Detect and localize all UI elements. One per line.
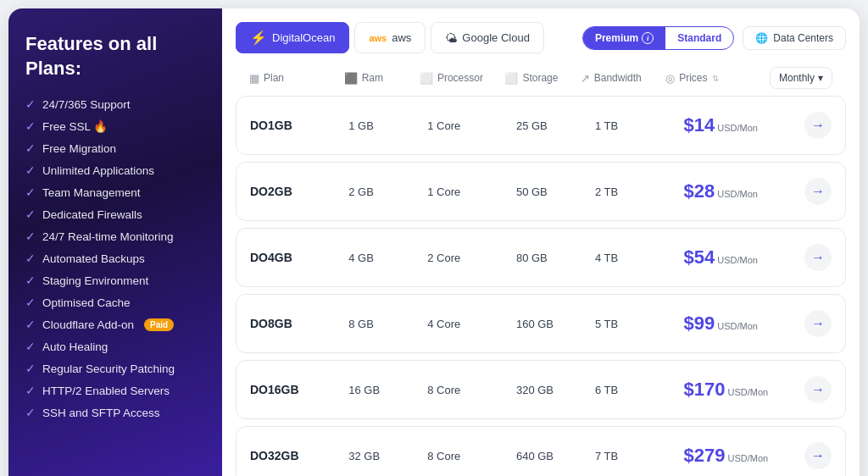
header-storage: ⬜ Storage [504,67,580,89]
select-plan-button[interactable]: → [804,310,832,337]
toggle-premium[interactable]: Premiumi [583,27,665,49]
table-row[interactable]: DO32GB 32 GB 8 Core 640 GB 7 TB $279 USD… [236,426,846,476]
cell-ram: 1 GB [348,119,427,132]
sidebar: Features on all Plans: ✓ 24/7/365 Suppor… [8,8,222,476]
cell-ram: 8 GB [348,318,427,330]
select-plan-button[interactable]: → [804,442,832,469]
cell-plan: DO1GB [250,119,348,132]
cell-price: $279 USD/Mon [684,445,793,467]
top-controls: ⚡DigitalOceanawsaws🌤Google Cloud Premium… [236,22,846,53]
feature-list: ✓ 24/7/365 Support ✓ Free SSL 🔥 ✓ Free M… [25,97,205,419]
check-icon: ✓ [25,230,36,243]
cell-arrow: → [792,178,832,205]
table-header: ▦ Plan ⬛ Ram ⬜ Processor ⬜ Storage ↗ Ban… [236,67,846,89]
cell-price: $99 USD/Mon [684,313,793,335]
cell-plan: DO32GB [250,449,348,462]
monthly-select[interactable]: Monthly ▾ [770,67,832,89]
check-icon: ✓ [25,208,36,221]
cell-storage: 25 GB [516,119,595,132]
google-cloud-icon: 🌤 [445,31,457,45]
header-plan: ▦ Plan [249,67,344,89]
feature-item: ✓ Unlimited Applications [25,163,205,177]
select-plan-button[interactable]: → [804,244,832,271]
cell-storage: 320 GB [516,384,595,396]
feature-label: Optimised Cache [42,296,131,309]
feature-item: ✓ Regular Security Patching [25,362,205,375]
toggle-standard[interactable]: Standard [665,27,733,49]
cell-plan: DO4GB [250,251,348,264]
header-prices: ◎ Prices ⇅ [665,67,770,89]
check-icon: ✓ [25,119,36,133]
feature-label: SSH and SFTP Access [42,407,160,419]
feature-label: Cloudflare Add-on [42,318,134,331]
cell-price: $14 USD/Mon [684,114,793,136]
cell-bandwidth: 1 TB [595,119,684,132]
check-icon: ✓ [25,406,36,419]
feature-item: ✓ Automated Backups [25,252,205,265]
table-row[interactable]: DO16GB 16 GB 8 Core 320 GB 6 TB $170 USD… [236,360,846,419]
provider-tabs: ⚡DigitalOceanawsaws🌤Google Cloud [236,22,544,53]
sort-icon[interactable]: ⇅ [712,74,719,83]
cell-price: $28 USD/Mon [684,180,793,202]
col-icon: ↗ [581,72,590,85]
monthly-label: Monthly [779,72,815,84]
feature-item: ✓ Free SSL 🔥 [25,119,205,133]
cell-plan: DO8GB [250,317,348,330]
cell-arrow: → [792,112,832,139]
cell-processor: 4 Core [427,318,516,330]
data-centers-button[interactable]: 🌐 Data Centers [743,26,846,50]
main-content: ⚡DigitalOceanawsaws🌤Google Cloud Premium… [222,8,860,476]
col-icon: ⬜ [420,72,433,85]
header-label: Ram [362,72,383,84]
cell-arrow: → [792,310,832,337]
select-plan-button[interactable]: → [804,178,832,205]
digitalocean-icon: ⚡ [250,30,267,46]
cell-bandwidth: 4 TB [595,252,684,264]
provider-tab-digitalocean[interactable]: ⚡DigitalOcean [236,22,349,53]
table-row[interactable]: DO2GB 2 GB 1 Core 50 GB 2 TB $28 USD/Mon… [236,162,846,221]
cell-processor: 8 Core [427,384,516,396]
feature-label: Free SSL 🔥 [42,119,108,133]
globe-icon: 🌐 [755,32,768,44]
cell-bandwidth: 6 TB [595,384,684,396]
check-icon: ✓ [25,362,36,375]
cell-arrow: → [792,442,832,469]
cell-arrow: → [792,376,832,403]
col-icon: ▦ [249,72,259,85]
price-amount: $14 [684,114,715,136]
check-icon: ✓ [25,296,36,309]
plan-type-toggle[interactable]: PremiumiStandard [582,26,734,50]
feature-item: ✓ Team Management [25,185,205,199]
cell-processor: 2 Core [427,252,516,264]
feature-label: Auto Healing [42,340,108,353]
price-unit: USD/Mon [717,255,758,265]
feature-label: Dedicated Firewalls [42,208,142,221]
feature-item: ✓ 24/7 Real-time Monitoring [25,230,205,243]
header-label: Plan [264,72,284,84]
table-row[interactable]: DO8GB 8 GB 4 Core 160 GB 5 TB $99 USD/Mo… [236,294,846,353]
select-plan-button[interactable]: → [804,376,832,403]
cell-ram: 16 GB [348,384,427,396]
provider-label: aws [392,31,411,44]
feature-label: Free Migration [42,142,116,155]
provider-tab-aws[interactable]: awsaws [354,22,426,53]
feature-item: ✓ Auto Healing [25,340,205,353]
price-unit: USD/Mon [717,321,758,331]
price-unit: USD/Mon [728,387,769,397]
price-amount: $54 [684,246,715,268]
check-icon: ✓ [25,141,36,155]
header-label: Storage [522,72,558,84]
table-row[interactable]: DO4GB 4 GB 2 Core 80 GB 4 TB $54 USD/Mon… [236,228,846,287]
feature-item: ✓ HTTP/2 Enabled Servers [25,384,205,397]
provider-tab-google-cloud[interactable]: 🌤Google Cloud [431,22,544,53]
feature-item: ✓ 24/7/365 Support [25,97,205,111]
cell-plan: DO2GB [250,185,348,198]
header-label: Processor [437,72,483,84]
feature-label: Automated Backups [42,252,145,265]
check-icon: ✓ [25,185,36,199]
check-icon: ✓ [25,274,36,287]
select-plan-button[interactable]: → [804,112,832,139]
header-processor: ⬜ Processor [420,67,504,89]
table-row[interactable]: DO1GB 1 GB 1 Core 25 GB 1 TB $14 USD/Mon… [236,96,846,155]
cell-bandwidth: 7 TB [595,450,684,462]
